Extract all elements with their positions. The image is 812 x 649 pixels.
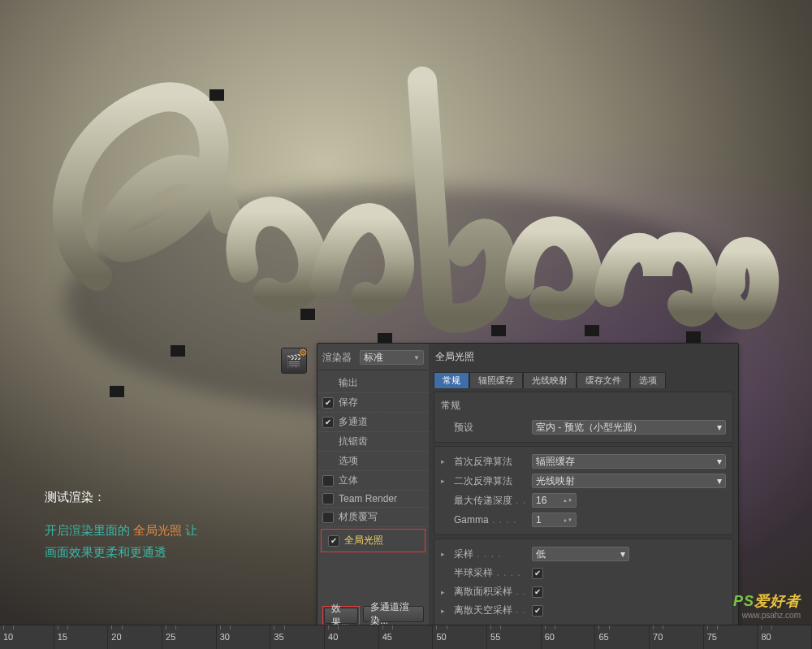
expander-icon[interactable]: ▸ <box>441 457 449 465</box>
checkbox-placeholder <box>322 378 334 389</box>
tick: 70 <box>650 625 704 649</box>
gi-tabs: 常规 辐照缓存 光线映射 缓存文件 选项 <box>434 372 733 388</box>
group-algorithms: ▸ 首次反弹算法 辐照缓存▾ ▸ 二次反弹算法 光线映射▾ 最大传递深度 16▲… <box>434 446 733 535</box>
tick: 55 <box>487 625 542 649</box>
tick: 40 <box>325 625 379 649</box>
expander-icon[interactable]: ▸ <box>441 588 449 596</box>
preset-label: 预设 <box>454 421 527 435</box>
area-label: 离散面积采样 <box>454 585 527 599</box>
tick: 20 <box>108 625 162 649</box>
multipass-render-button[interactable]: 多通道渲染... <box>363 606 424 622</box>
option-save[interactable]: ✔保存 <box>317 393 429 413</box>
checkbox-icon[interactable]: ✔ <box>322 397 334 409</box>
checkbox-icon[interactable] <box>322 493 334 504</box>
expander-icon[interactable]: ▸ <box>441 477 449 485</box>
secondary-label: 二次反弹算法 <box>454 474 527 488</box>
spinner-icon[interactable]: ▲▼ <box>563 498 572 503</box>
annotation-body: 开启渲染里面的 全局光照 让 画面效果更柔和更通透 <box>45 519 197 563</box>
render-settings-button[interactable] <box>281 348 307 374</box>
tick: 65 <box>595 625 650 649</box>
chevron-down-icon: ▾ <box>717 422 722 433</box>
svg-rect-3 <box>209 89 224 101</box>
annotation-title: 测试渲染： <box>45 486 197 508</box>
tab-irradiance[interactable]: 辐照缓存 <box>469 372 523 388</box>
tick: 35 <box>270 625 325 649</box>
renderer-label: 渲染器 <box>322 351 356 365</box>
samples-label: 采样 <box>454 547 527 561</box>
hemi-label: 半球采样 <box>454 566 527 580</box>
option-global-illumination[interactable]: ✔全局光照 <box>323 531 423 550</box>
option-material-override[interactable]: 材质覆写 <box>317 508 429 527</box>
svg-rect-5 <box>110 386 124 397</box>
checkbox-icon[interactable] <box>322 512 334 523</box>
tick: 50 <box>433 625 487 649</box>
tick: 10 <box>0 625 54 649</box>
maxdepth-label: 最大传递深度 <box>454 494 527 508</box>
secondary-select[interactable]: 光线映射▾ <box>532 474 726 488</box>
highlight-box-effects: 效果... <box>322 606 360 625</box>
area-checkbox[interactable]: ✔ <box>532 586 543 598</box>
svg-rect-10 <box>686 331 701 343</box>
option-options[interactable]: 选项 <box>317 452 429 471</box>
tick: 30 <box>217 625 271 649</box>
render-settings-sidebar: 渲染器 标准 ▼ 输出 ✔保存 ✔多通道 抗锯齿 选项 立体 Team Rend… <box>317 344 429 630</box>
renderer-select[interactable]: 标准 ▼ <box>360 350 424 365</box>
checkbox-icon[interactable]: ✔ <box>322 417 334 428</box>
tick: 25 <box>162 625 217 649</box>
gi-title: 全局光照 <box>434 348 733 369</box>
svg-rect-6 <box>300 309 315 320</box>
tick: 75 <box>704 625 758 649</box>
group-general: 常规 预设 室内 - 预览（小型光源）▾ <box>434 392 733 443</box>
group-sampling: ▸ 采样 低▾ 半球采样 ✔ ▸ 离散面积采样 ✔ ▸ 离散天空采样 ✔ <box>434 539 733 625</box>
option-stereo[interactable]: 立体 <box>317 471 429 491</box>
primary-label: 首次反弹算法 <box>454 455 527 469</box>
highlight-box-gi: ✔全局光照 <box>321 529 425 552</box>
render-settings-panel: 渲染器 标准 ▼ 输出 ✔保存 ✔多通道 抗锯齿 选项 立体 Team Rend… <box>317 343 739 631</box>
gi-settings-pane: 全局光照 常规 辐照缓存 光线映射 缓存文件 选项 常规 预设 室内 - 预览（… <box>429 344 738 630</box>
render-options-list: 输出 ✔保存 ✔多通道 抗锯齿 选项 立体 Team Render 材质覆写 ✔… <box>317 370 429 601</box>
svg-rect-4 <box>171 345 185 357</box>
tutorial-annotation: 测试渲染： 开启渲染里面的 全局光照 让 画面效果更柔和更通透 <box>45 486 197 563</box>
gamma-input[interactable]: 1▲▼ <box>532 513 577 527</box>
tab-options[interactable]: 选项 <box>630 372 666 388</box>
spinner-icon[interactable]: ▲▼ <box>563 517 572 522</box>
primary-select[interactable]: 辐照缓存▾ <box>532 454 726 469</box>
samples-select[interactable]: 低▾ <box>532 547 629 561</box>
maxdepth-input[interactable]: 16▲▼ <box>532 493 577 508</box>
timeline-ruler[interactable]: 10 15 20 25 30 35 40 45 50 55 60 65 70 7… <box>0 625 812 649</box>
sky-checkbox[interactable]: ✔ <box>532 605 543 617</box>
chevron-down-icon: ▾ <box>620 548 625 560</box>
checkbox-placeholder <box>322 456 334 467</box>
sky-label: 离散天空采样 <box>454 604 527 617</box>
svg-rect-8 <box>491 325 506 336</box>
checkbox-icon[interactable] <box>322 475 334 487</box>
effects-button[interactable]: 效果... <box>324 608 358 624</box>
checkbox-icon[interactable]: ✔ <box>328 535 339 547</box>
expander-icon[interactable]: ▸ <box>441 607 449 615</box>
gamma-label: Gamma <box>454 514 527 526</box>
expander-icon[interactable]: ▸ <box>441 550 449 558</box>
tick: 60 <box>542 625 596 649</box>
hemi-checkbox[interactable]: ✔ <box>532 568 543 579</box>
option-antialias[interactable]: 抗锯齿 <box>317 432 429 452</box>
checkbox-placeholder <box>322 436 334 448</box>
group-general-title: 常规 <box>439 397 728 418</box>
tab-cache[interactable]: 缓存文件 <box>577 372 630 388</box>
option-multipass[interactable]: ✔多通道 <box>317 413 429 432</box>
tick: 80 <box>758 625 812 649</box>
preset-select[interactable]: 室内 - 预览（小型光源）▾ <box>532 420 726 435</box>
svg-rect-9 <box>585 325 599 336</box>
chevron-down-icon: ▾ <box>717 475 722 487</box>
tick: 45 <box>379 625 434 649</box>
chevron-down-icon: ▾ <box>717 456 722 467</box>
chevron-down-icon: ▼ <box>413 354 420 361</box>
tick: 15 <box>54 625 109 649</box>
option-team-render[interactable]: Team Render <box>317 491 429 508</box>
option-output[interactable]: 输出 <box>317 374 429 393</box>
tab-general[interactable]: 常规 <box>434 372 469 388</box>
tab-lightmap[interactable]: 光线映射 <box>523 372 577 388</box>
watermark: PS爱好者 www.psahz.com <box>733 591 801 620</box>
